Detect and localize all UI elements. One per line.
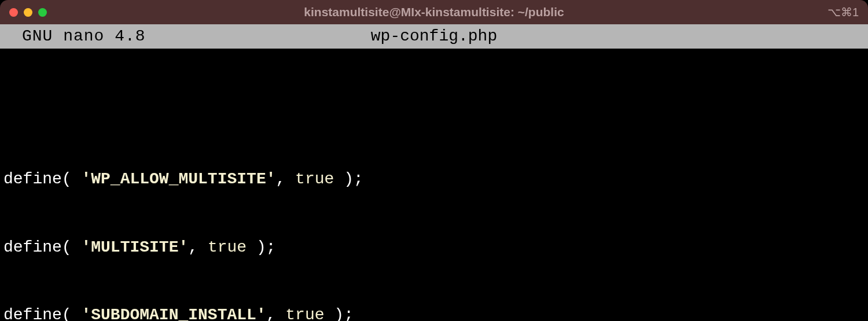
nano-filename: wp-config.php [371, 25, 497, 47]
nano-editor-name: GNU nano 4.8 [6, 25, 146, 47]
close-window-button[interactable] [9, 8, 18, 17]
terminal-area[interactable]: GNU nano 4.8 wp-config.php define( 'WP_A… [0, 24, 868, 321]
code-line-1: define( 'WP_ALLOW_MULTISITE', true ); [3, 168, 865, 190]
window-titlebar: kinstamultisite@MIx-kinstamultisite: ~/p… [0, 0, 868, 24]
window-shortcut-hint: ⌥⌘1 [827, 5, 859, 19]
traffic-lights [9, 8, 47, 17]
code-line-2: define( 'MULTISITE', true ); [3, 236, 865, 259]
zoom-window-button[interactable] [38, 8, 47, 17]
window-title: kinstamultisite@MIx-kinstamultisite: ~/p… [304, 5, 564, 19]
blank-line [3, 99, 865, 122]
code-area[interactable]: define( 'WP_ALLOW_MULTISITE', true ); de… [0, 49, 868, 321]
code-line-3: define( 'SUBDOMAIN_INSTALL', true ); [3, 304, 865, 321]
minimize-window-button[interactable] [24, 8, 32, 17]
nano-statusbar: GNU nano 4.8 wp-config.php [0, 24, 868, 49]
